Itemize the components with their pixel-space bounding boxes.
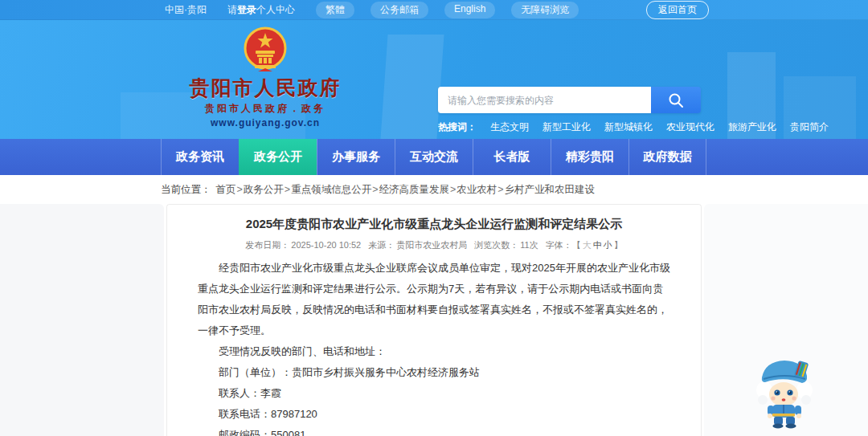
breadcrumb-link[interactable]: 首页	[216, 184, 236, 195]
topbar-pill[interactable]: English	[444, 2, 495, 18]
search-icon	[667, 92, 685, 109]
publish-date-label: 发布日期：	[245, 240, 289, 250]
font-size-medium[interactable]: 中	[593, 240, 602, 250]
login-prefix: 请	[227, 4, 237, 15]
topbar-pill[interactable]: 无障碍浏览	[511, 2, 579, 18]
search-button[interactable]	[651, 87, 701, 113]
breadcrumb-link[interactable]: 经济高质量发展	[379, 184, 449, 195]
hot-search-label: 热搜词：	[438, 120, 477, 134]
article-paragraph: 联系电话：87987120	[185, 404, 683, 425]
skyline-decoration	[380, 35, 444, 139]
font-size-small[interactable]: 小	[604, 240, 612, 250]
nav-tab[interactable]: 互动交流	[395, 139, 473, 175]
article-paragraph: 经贵阳市农业产业化市级重点龙头企业联席会议成员单位审定，现对2025年开展的农业…	[185, 258, 683, 341]
login-link[interactable]: 请登录个人中心	[227, 3, 295, 17]
nav-tab[interactable]: 办事服务	[317, 139, 395, 175]
breadcrumb-link[interactable]: 政务公开	[244, 184, 284, 195]
hot-word-link[interactable]: 旅游产业化	[728, 120, 776, 134]
search-bar	[438, 87, 701, 113]
breadcrumb-separator: >	[285, 184, 290, 195]
region-link[interactable]: 中国·贵阳	[165, 3, 207, 17]
article-card: 2025年度贵阳市农业产业化市级重点龙头企业运行监测和评定结果公示 发布日期：2…	[166, 204, 702, 436]
left-side-panel	[0, 204, 164, 436]
search-input[interactable]	[438, 87, 651, 113]
article-meta: 发布日期：2025-10-20 10:52来源：贵阳市农业农村局浏览次数：11次…	[185, 239, 683, 251]
hot-word-link[interactable]: 新型城镇化	[604, 120, 653, 134]
article-body: 经贵阳市农业产业化市级重点龙头企业联席会议成员单位审定，现对2025年开展的农业…	[185, 258, 683, 436]
site-subtitle: 贵阳市人民政府．政务	[161, 102, 370, 116]
breadcrumb-separator: >	[497, 184, 503, 195]
breadcrumb: 当前位置： 首页>政务公开>重点领域信息公开>经济高质量发展>农业农村>乡村产业…	[0, 175, 868, 204]
breadcrumb-path: 首页>政务公开>重点领域信息公开>经济高质量发展>农业农村>乡村产业和农田建设	[216, 183, 596, 197]
source: 贵阳市农业农村局	[396, 240, 467, 250]
hot-word-group: 生态文明新型工业化新型城镇化农业现代化旅游产业化贵阳简介	[490, 120, 829, 134]
font-size-bracket-close: 】	[614, 240, 623, 250]
breadcrumb-label: 当前位置：	[161, 183, 211, 197]
hot-word-link[interactable]: 生态文明	[490, 120, 529, 134]
article-paragraph: 联系人：李霞	[185, 383, 683, 404]
breadcrumb-link[interactable]: 农业农村	[457, 184, 497, 195]
breadcrumb-link[interactable]: 重点领域信息公开	[291, 184, 371, 195]
header-banner: 贵阳市人民政府 贵阳市人民政府．政务 www.guiyang.gov.cn 热搜…	[0, 20, 868, 139]
hot-word-link[interactable]: 农业现代化	[666, 120, 714, 134]
nav-tab[interactable]: 精彩贵阳	[551, 139, 628, 175]
publish-date: 2025-10-20 10:52	[291, 240, 361, 250]
mascot-character[interactable]	[754, 355, 815, 429]
top-utility-bar: 中国·贵阳 请登录个人中心 繁體公务邮箱English无障碍浏览 返回首页	[0, 0, 868, 20]
views: 11次	[520, 240, 538, 250]
back-to-home-button[interactable]: 返回首页	[646, 1, 709, 19]
hot-search-row: 热搜词： 生态文明新型工业化新型城镇化农业现代化旅游产业化贵阳简介	[438, 120, 701, 134]
font-size-label: 字体：【	[546, 240, 581, 250]
breadcrumb-separator: >	[450, 184, 456, 195]
topbar-pill[interactable]: 繁體	[316, 2, 354, 18]
article-paragraph: 受理情况反映的部门、电话和地址：	[185, 341, 683, 362]
article-title: 2025年度贵阳市农业产业化市级重点龙头企业运行监测和评定结果公示	[185, 215, 683, 232]
nav-tab[interactable]: 政务资讯	[161, 139, 239, 175]
national-emblem-icon	[244, 26, 287, 73]
breadcrumb-separator: >	[372, 184, 378, 195]
topbar-pill-group: 繁體公务邮箱English无障碍浏览	[316, 2, 579, 18]
article-paragraph: 邮政编码：550081	[185, 425, 683, 436]
breadcrumb-link[interactable]: 乡村产业和农田建设	[505, 184, 596, 195]
views-label: 浏览次数：	[474, 240, 518, 250]
content-zone: 2025年度贵阳市农业产业化市级重点龙头企业运行监测和评定结果公示 发布日期：2…	[0, 204, 868, 436]
article-paragraph: 部门（单位）：贵阳市乡村振兴服务中心农村经济服务站	[185, 362, 683, 383]
site-logo[interactable]: 贵阳市人民政府 贵阳市人民政府．政务 www.guiyang.gov.cn	[161, 26, 370, 128]
site-url: www.guiyang.gov.cn	[161, 117, 370, 128]
font-size-large[interactable]: 大	[583, 240, 592, 250]
nav-tab[interactable]: 政府数据	[628, 139, 706, 175]
login-bold: 登录	[237, 4, 256, 15]
hot-word-link[interactable]: 新型工业化	[542, 120, 591, 134]
source-label: 来源：	[368, 240, 395, 250]
nav-tab[interactable]: 长者版	[473, 139, 551, 175]
main-navigation: 政务资讯政务公开办事服务互动交流长者版精彩贵阳政府数据	[0, 139, 868, 175]
topbar-pill[interactable]: 公务邮箱	[371, 2, 428, 18]
login-suffix: 个人中心	[256, 4, 295, 15]
nav-tab[interactable]: 政务公开	[239, 139, 317, 175]
breadcrumb-separator: >	[237, 184, 243, 195]
hot-word-link[interactable]: 贵阳简介	[790, 120, 829, 134]
site-title: 贵阳市人民政府	[161, 76, 370, 100]
